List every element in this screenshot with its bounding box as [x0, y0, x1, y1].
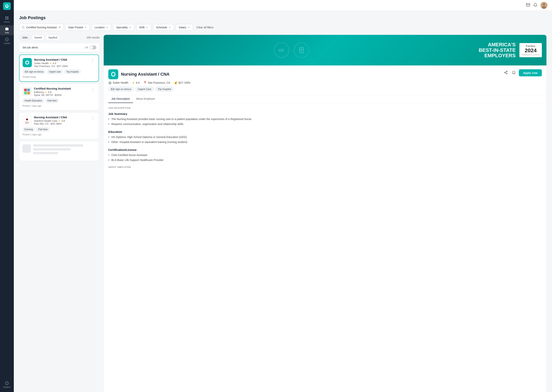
- bell-icon: [533, 3, 537, 7]
- salary-filter[interactable]: Salary: [176, 24, 193, 31]
- banner-main-line3: EMPLOYERS: [479, 53, 516, 58]
- sidebar-item-jobs[interactable]: Jobs: [0, 25, 14, 35]
- employer-banner: AMERICA'S BEST-IN-STATE EMPLOYERS Forbes…: [104, 35, 546, 65]
- job-detail-logo: [108, 69, 118, 79]
- job-more-button-3[interactable]: ⋮: [90, 116, 96, 121]
- meta-salary: 💰 $27–33/hr: [174, 81, 190, 84]
- job-tabs: Jobs Saved Applied: [19, 35, 60, 40]
- summary-bullet-2: Requires communication, organization and…: [108, 122, 542, 126]
- job-detail-title: Nursing Assistant / CNA: [121, 72, 169, 77]
- posted-date-3: Posted 2 days ago: [22, 133, 96, 136]
- upskill-icon: [5, 37, 9, 41]
- job-tags-2: Health Education Part-time: [22, 98, 96, 103]
- job-summary-title: Job Summary: [108, 112, 542, 115]
- job-card-3[interactable]: Stanford Medicine Nursing Assistant / CN…: [19, 112, 99, 139]
- job-more-button-2[interactable]: ⋮: [90, 87, 96, 92]
- svg-rect-2: [6, 18, 7, 20]
- schedule-filter[interactable]: Schedule: [153, 24, 174, 31]
- svg-rect-13: [24, 89, 27, 91]
- search-bar: ✕ Date Posted Location Speciality Shift …: [19, 24, 547, 31]
- tab-saved[interactable]: Saved: [31, 35, 45, 40]
- job-list: Nursing Assistant / CNA Sutter Health ★ …: [19, 55, 100, 392]
- meta-company: 🏢 Sutter Health: [108, 81, 128, 84]
- svg-rect-14: [27, 89, 30, 91]
- banner-main-line1: AMERICA'S: [479, 42, 516, 48]
- building-icon: 🏢: [108, 81, 112, 84]
- share-button[interactable]: [503, 70, 509, 76]
- sidebar-item-support[interactable]: ? Support: [2, 380, 12, 390]
- tabs-row: Jobs Saved Applied 200 results: [19, 35, 100, 40]
- toggle-wrap: Off: [85, 46, 96, 49]
- speciality-filter[interactable]: Speciality: [113, 24, 134, 31]
- company-logo-2: [22, 87, 32, 96]
- job-title-1: Nursing Assistant / CNA: [34, 58, 87, 61]
- shift-filter[interactable]: Shift: [136, 24, 151, 31]
- user-avatar[interactable]: [540, 2, 547, 9]
- company-rating-2: 3.8: [48, 91, 51, 94]
- job-location-2: Sylva, NC 28779 · $25/hr: [34, 94, 87, 97]
- svg-point-23: [504, 72, 505, 73]
- toggle-knob: [90, 46, 93, 49]
- detail-tags: $2k sign-on bonus Urgent Care Top hospit…: [108, 86, 542, 92]
- alerts-row: Set job alerts Off: [19, 43, 100, 52]
- toggle-status: Off: [85, 46, 88, 49]
- detail-location: San Francisco, CA: [148, 81, 170, 84]
- meta-location: 📍 San Francisco, CA: [143, 81, 170, 84]
- tag-sign-on-1: $2k sign-on bonus: [23, 70, 46, 74]
- share-icon: [504, 71, 508, 74]
- detail-tag-hospital: Top hospital: [155, 86, 174, 92]
- location-pin-icon: 📍: [143, 81, 147, 84]
- job-card-1[interactable]: Nursing Assistant / CNA Sutter Health ★ …: [19, 55, 99, 82]
- forbes-label: Forbes: [522, 45, 539, 48]
- job-summary-section: Job Summary The Nursing Assistant provid…: [108, 112, 542, 126]
- skeleton-card: [19, 141, 99, 161]
- sidebar-item-upskill[interactable]: Upskill: [0, 36, 14, 46]
- tab-jobs[interactable]: Jobs: [19, 35, 31, 40]
- sidebar-item-home[interactable]: Home: [0, 14, 14, 25]
- job-card-2[interactable]: Certified Nursing Assistant Edtheory ★ 3…: [19, 84, 99, 111]
- date-posted-filter[interactable]: Date Posted: [65, 24, 90, 31]
- page-title: Job Postings: [19, 15, 547, 20]
- search-input[interactable]: [26, 26, 57, 29]
- location-filter[interactable]: Location: [92, 24, 111, 31]
- detail-rating: 4.0: [136, 81, 139, 84]
- svg-text:Stanford: Stanford: [25, 122, 29, 123]
- clear-filters-button[interactable]: Clear all filters: [196, 26, 213, 29]
- svg-text:Medicine: Medicine: [25, 123, 29, 124]
- tab-job-description[interactable]: Job Description: [108, 95, 133, 103]
- chevron-down-icon: [106, 26, 109, 29]
- bookmark-button[interactable]: [511, 70, 517, 76]
- tag-urgent-1: Urgent care: [47, 70, 63, 74]
- alerts-toggle[interactable]: [89, 46, 96, 49]
- banner-icon-document: [294, 42, 309, 58]
- job-meta-row: 🏢 Sutter Health ★ 4.0 📍 San Francisco, C…: [108, 81, 542, 84]
- job-title-3: Nursing Assistant / CNA: [34, 116, 87, 119]
- company-rating-1: 4.0: [53, 62, 56, 65]
- tab-about-employer[interactable]: About Employer: [133, 95, 158, 103]
- education-bullet-2: Other: Hospital Assistant or equivalent …: [108, 140, 542, 144]
- job-more-button-1[interactable]: ⋮: [90, 58, 95, 63]
- tab-applied[interactable]: Applied: [45, 35, 60, 40]
- support-icon: ?: [5, 381, 9, 385]
- forbes-year: 2024: [522, 48, 539, 54]
- apply-now-button[interactable]: Apply now: [519, 69, 542, 76]
- description-section-label: JOB DESCRIPTION: [108, 107, 542, 109]
- sidebar-home-label: Home: [4, 21, 10, 23]
- svg-point-11: [22, 26, 24, 28]
- certification-list: CNA-Certified Nurse Assistant BLS-Basic …: [108, 153, 542, 162]
- svg-point-22: [506, 71, 507, 72]
- banner-award-text: AMERICA'S BEST-IN-STATE EMPLOYERS: [479, 42, 516, 58]
- sidebar-nav: Home Jobs Upskill: [0, 14, 14, 46]
- forbes-badge: Forbes 2024 POWERED BY STATISTA: [519, 43, 542, 57]
- chevron-down-icon: [84, 26, 87, 29]
- svg-rect-0: [6, 17, 7, 18]
- sidebar-jobs-label: Jobs: [5, 31, 9, 34]
- brand-logo[interactable]: [3, 2, 11, 10]
- tag-evening-3: Evening: [22, 127, 35, 132]
- content-area: Jobs Saved Applied 200 results Set job a…: [19, 35, 547, 392]
- svg-point-18: [26, 119, 28, 120]
- mail-button[interactable]: [526, 3, 530, 8]
- search-clear-button[interactable]: ✕: [58, 25, 61, 29]
- bell-button[interactable]: [533, 3, 537, 8]
- svg-rect-16: [27, 92, 30, 94]
